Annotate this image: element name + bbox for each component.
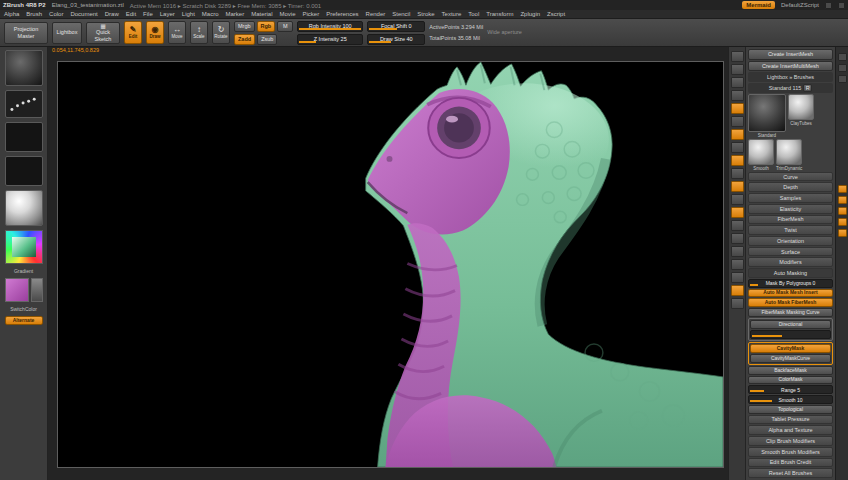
menu-picker[interactable]: Picker	[303, 11, 320, 17]
menu-movie[interactable]: Movie	[280, 11, 296, 17]
topological-button[interactable]: Topological	[748, 405, 833, 414]
lightbox-button[interactable]: Lightbox	[52, 22, 82, 44]
create-insertmesh-button[interactable]: Create InsertMesh	[748, 49, 833, 60]
section-fibermesh[interactable]: FiberMesh	[748, 215, 833, 225]
section-reset-all-brushes[interactable]: Reset All Brushes	[748, 468, 833, 478]
menu-file[interactable]: File	[143, 11, 153, 17]
menu-zscript[interactable]: Zscript	[547, 11, 565, 17]
section-edit-brush-credit[interactable]: Edit Brush Credit	[748, 458, 833, 468]
menu-stencil[interactable]: Stencil	[392, 11, 410, 17]
mask-by-polygroups-slider[interactable]: Mask By Polygroups 0	[748, 279, 833, 288]
auto-mask-mesh-insert-button[interactable]: Auto Mask Mesh Insert	[748, 289, 833, 298]
floor-icon[interactable]	[731, 103, 744, 114]
frame-icon[interactable]	[731, 142, 744, 153]
section-orientation[interactable]: Orientation	[748, 236, 833, 246]
menu-preferences[interactable]: Preferences	[326, 11, 358, 17]
main-color-swatch[interactable]	[5, 278, 29, 302]
section-auto-masking[interactable]: Auto Masking	[748, 268, 833, 278]
section-depth[interactable]: Depth	[748, 182, 833, 192]
prev-icon[interactable]	[731, 272, 744, 283]
section-clip-brush-modifiers[interactable]: Clip Brush Modifiers	[748, 436, 833, 446]
brush-thumb-claytubes[interactable]	[788, 94, 814, 120]
current-brush-row[interactable]: Standard 115 R	[748, 83, 833, 93]
menu-brush[interactable]: Brush	[26, 11, 42, 17]
rotate-doc-icon[interactable]	[731, 181, 744, 192]
scroll-icon[interactable]	[731, 233, 744, 244]
zscript-chip[interactable]: Mermaid	[742, 1, 775, 9]
zoom-icon[interactable]	[731, 194, 744, 205]
stroke-thumb[interactable]	[5, 90, 43, 118]
xyz-icon[interactable]	[731, 298, 744, 309]
backface-mask-button[interactable]: BackfaceMask	[748, 366, 833, 375]
menu-transform[interactable]: Transform	[486, 11, 513, 17]
smooth-slider[interactable]: Smooth 10	[748, 395, 833, 404]
close-icon[interactable]	[838, 2, 845, 9]
tray-menu-icon[interactable]	[838, 75, 847, 83]
draw-button[interactable]: ◉ Draw	[146, 21, 164, 44]
zadd-button[interactable]: Zadd	[234, 34, 255, 45]
menu-macro[interactable]: Macro	[202, 11, 219, 17]
zscript-name[interactable]: DefaultZScript	[781, 2, 819, 8]
r-toggle[interactable]: R	[803, 84, 812, 92]
tray-toggle-icon[interactable]	[838, 53, 847, 61]
texture-thumb[interactable]	[5, 156, 43, 186]
scale-button[interactable]: ↕ Scale	[190, 21, 208, 44]
rgb-intensity-slider[interactable]: Rgb Intensity 100	[297, 21, 363, 32]
mrgb-button[interactable]: Mrgb	[234, 21, 255, 32]
render-icon[interactable]	[731, 64, 744, 75]
color-picker-inner[interactable]	[12, 237, 36, 257]
section-surface[interactable]: Surface	[748, 247, 833, 257]
lsym-icon[interactable]	[731, 129, 744, 140]
brush-thumb-smooth[interactable]	[748, 139, 774, 165]
menu-zplugin[interactable]: Zplugin	[520, 11, 540, 17]
secondary-color-swatch[interactable]	[31, 278, 43, 302]
cavity-mask-curve-button[interactable]: CavityMaskCurve	[750, 354, 831, 363]
menu-edit[interactable]: Edit	[126, 11, 136, 17]
menu-draw[interactable]: Draw	[105, 11, 119, 17]
tray-marker-5-icon[interactable]	[838, 229, 847, 237]
section-alpha-and-texture[interactable]: Alpha and Texture	[748, 425, 833, 435]
current-brush-thumb[interactable]	[5, 50, 43, 86]
switch-color-label[interactable]: SwitchColor	[10, 306, 37, 312]
focal-shift-slider[interactable]: Focal Shift 0	[367, 21, 425, 32]
tray-pin-icon[interactable]	[838, 64, 847, 72]
alternate-button[interactable]: Alternate	[5, 316, 43, 325]
actual-icon[interactable]	[731, 207, 744, 218]
section-tablet-pressure[interactable]: Tablet Pressure	[748, 415, 833, 425]
persp-icon[interactable]	[731, 90, 744, 101]
move-button[interactable]: ↔ Move	[168, 21, 186, 44]
move-doc-icon[interactable]	[731, 155, 744, 166]
brush-thumb-current[interactable]	[748, 94, 786, 132]
range-slider[interactable]: Range 5	[748, 385, 833, 394]
tray-marker-2-icon[interactable]	[838, 196, 847, 204]
menu-color[interactable]: Color	[49, 11, 63, 17]
quick-sketch-button[interactable]: ▦ Quick Sketch	[86, 22, 120, 44]
material-thumb[interactable]	[5, 190, 43, 226]
menu-tool[interactable]: Tool	[468, 11, 479, 17]
menu-marker[interactable]: Marker	[225, 11, 244, 17]
menu-light[interactable]: Light	[182, 11, 195, 17]
fibermask-masking-curve-button[interactable]: FiberMask Masking Curve	[748, 308, 833, 317]
brush-thumb-trimdynamic[interactable]	[776, 139, 802, 165]
bpr-icon[interactable]	[731, 51, 744, 62]
canvas-document[interactable]	[57, 61, 724, 468]
directional-slider[interactable]	[750, 330, 831, 339]
aahalf-icon[interactable]	[731, 220, 744, 231]
menu-stroke[interactable]: Stroke	[417, 11, 434, 17]
menu-alpha[interactable]: Alpha	[4, 11, 19, 17]
section-samples[interactable]: Samples	[748, 193, 833, 203]
menu-render[interactable]: Render	[366, 11, 386, 17]
minimize-icon[interactable]	[825, 2, 832, 9]
menu-material[interactable]: Material	[251, 11, 272, 17]
zoomdoc-icon[interactable]	[731, 246, 744, 257]
fit-icon[interactable]	[731, 259, 744, 270]
edit-button[interactable]: ✎ Edit	[124, 21, 142, 44]
zsub-button[interactable]: Zsub	[257, 34, 277, 45]
rotate-button[interactable]: ↻ Rotate	[212, 21, 230, 44]
create-insertmultimesh-button[interactable]: Create InsertMultiMesh	[748, 61, 833, 72]
z-intensity-slider[interactable]: Z Intensity 25	[297, 34, 363, 45]
section-modifiers[interactable]: Modifiers	[748, 257, 833, 267]
menu-document[interactable]: Document	[70, 11, 97, 17]
local-icon[interactable]	[731, 116, 744, 127]
auto-mask-fibermesh-button[interactable]: Auto Mask FiberMesh	[748, 298, 833, 307]
